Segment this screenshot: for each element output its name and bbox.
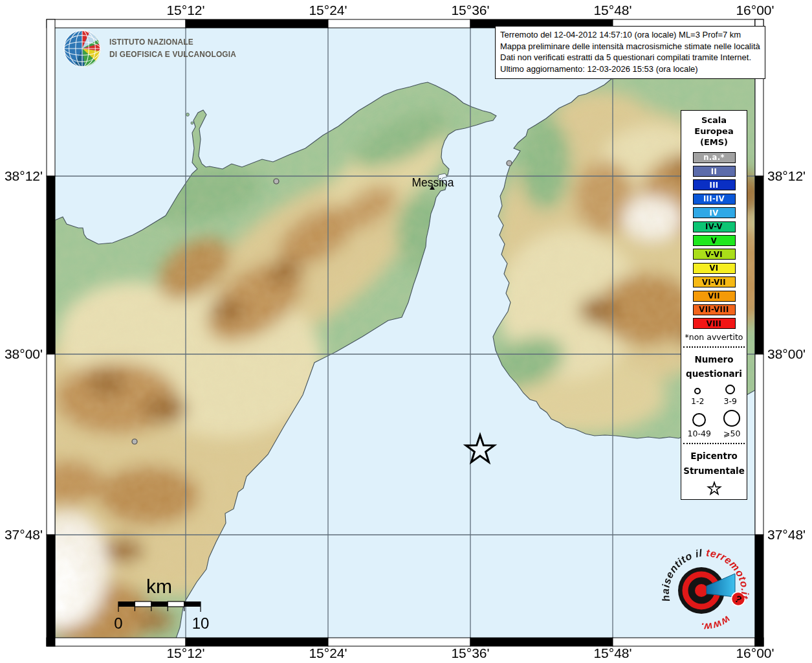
site-logo-text-www: www. <box>700 614 732 633</box>
locality-dot <box>132 439 137 444</box>
intensity-chip: III <box>693 179 736 190</box>
ingv-logo: ISTITUTO NAZIONALE DI GEOFISICA E VULCAN… <box>62 28 243 69</box>
islet <box>191 122 193 124</box>
legend-title-line: (EMS) <box>681 137 747 148</box>
intensity-chip: VII-VIII <box>693 304 736 315</box>
epicenter-title-line: Strumentale <box>681 464 747 478</box>
size-class-label: 1-2 <box>691 396 704 406</box>
axis-label-left: 38°00' <box>5 346 43 361</box>
size-class: 1-2 <box>691 388 704 406</box>
axis-label-top: 15°12' <box>166 3 204 17</box>
legend-star-icon <box>706 480 723 497</box>
questionnaires-title-line: Numero <box>681 352 747 366</box>
intensity-chip: IV <box>693 207 736 218</box>
locality-dot <box>274 179 279 184</box>
size-class: 3-9 <box>724 385 737 406</box>
intensity-chip: II <box>693 166 736 177</box>
legend-divider <box>683 443 745 444</box>
intensity-chip: VI-VII <box>693 276 736 287</box>
legend-divider <box>683 346 745 348</box>
size-circle-icon <box>694 388 701 394</box>
scalebar-unit: km <box>146 576 172 597</box>
axis-label-right: 37°48' <box>767 527 806 542</box>
axis-label-top: 16°00' <box>736 3 774 17</box>
intensity-chip: n.a.* <box>693 152 736 163</box>
scalebar-end: 10 <box>192 614 210 632</box>
epicenter-title-line: Epicentro <box>681 449 747 463</box>
axis-label-bottom: 15°12' <box>166 646 204 660</box>
intensity-chip: IV-V <box>693 221 736 232</box>
axis-label-left: 38°12' <box>5 168 43 183</box>
axis-label-bottom: 15°36' <box>451 646 489 660</box>
size-class-label: ⩾50 <box>723 429 740 438</box>
axis-label-bottom: 15°24' <box>309 646 347 660</box>
axis-label-right: 38°00' <box>767 346 806 361</box>
axis-label-left: 37°48' <box>5 527 43 542</box>
size-circle-icon <box>692 413 706 427</box>
event-info-line: Terremoto del 12-04-2012 14:57:10 (ora l… <box>500 29 760 41</box>
ingv-globe-icon <box>62 28 102 69</box>
intensity-chip: V-VI <box>693 249 736 260</box>
locality-dot <box>507 161 512 166</box>
axis-label-top: 15°48' <box>593 3 631 17</box>
size-class-label: 3-9 <box>724 396 737 406</box>
size-circle-icon <box>725 385 735 394</box>
axis-label-top: 15°24' <box>309 3 347 17</box>
questionnaires-title-line: questionari <box>681 366 747 381</box>
size-class-label: 10-49 <box>688 429 711 438</box>
event-info-line: Ultimo aggiornamento: 12-03-2026 15:53 (… <box>500 63 760 75</box>
intensity-scale: n.a.* II III III-IV IV IV-V V V-VI VI VI… <box>681 152 747 330</box>
legend-footnote: *non avvertito <box>681 332 747 342</box>
intensity-chip: VI <box>693 263 736 274</box>
axis-label-bottom: 16°00' <box>736 646 774 660</box>
questionnaire-size-row: 1-2 3-9 <box>681 385 747 406</box>
event-info-line: Mappa preliminare delle intensità macros… <box>500 41 760 52</box>
legend-title-line: Europea <box>681 126 747 137</box>
axis-label-bottom: 15°48' <box>593 646 631 660</box>
ingv-logo-line2: DI GEOFISICA E VULCANOLOGIA <box>109 49 236 61</box>
scalebar-start: 0 <box>114 614 122 632</box>
site-logo-text-il: il <box>694 548 703 559</box>
intensity-chip: VIII <box>693 318 736 329</box>
axis-label-right: 38°12' <box>767 168 806 183</box>
site-logo-www-text: www. <box>700 614 732 633</box>
size-circle-icon <box>723 410 740 427</box>
epicenter-title: Epicentro Strumentale <box>681 449 747 478</box>
event-info-box: Terremoto del 12-04-2012 14:57:10 (ora l… <box>495 26 765 79</box>
ingv-logo-line1: ISTITUTO NAZIONALE <box>109 36 236 49</box>
legend-title-line: Scala <box>681 115 747 126</box>
legend-panel: Scala Europea (EMS) n.a.* II III III-IV … <box>681 110 747 500</box>
questionnaire-size-row: 10-49 ⩾50 <box>681 410 747 438</box>
legend-title: Scala Europea (EMS) <box>681 115 747 148</box>
questionnaires-title: Numero questionari <box>681 352 747 381</box>
haisentito-logo: ? haisentito il terremoto.it www. <box>661 548 749 640</box>
intensity-chip: V <box>693 235 736 246</box>
axis-label-top: 15°36' <box>451 3 489 17</box>
intensity-chip: VII <box>693 291 736 302</box>
macroseismic-map-page: Messina km 0 10 <box>0 0 812 663</box>
islet <box>186 113 190 117</box>
intensity-chip: III-IV <box>693 194 736 205</box>
size-class: 10-49 <box>688 413 711 438</box>
ingv-logo-text: ISTITUTO NAZIONALE DI GEOFISICA E VULCAN… <box>109 36 236 61</box>
event-info-line: Dati non verificati estratti da 5 questi… <box>500 52 760 63</box>
size-class: ⩾50 <box>723 410 740 438</box>
